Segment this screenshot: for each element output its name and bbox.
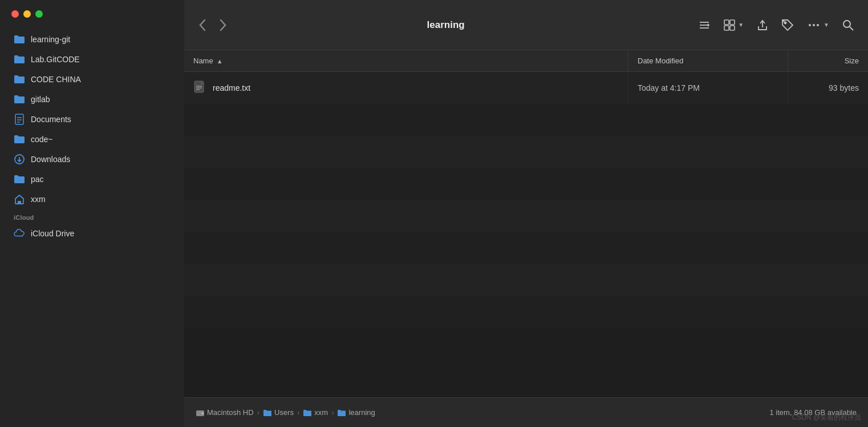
sidebar-item-xxm[interactable]: xxm xyxy=(5,190,180,209)
sidebar-item-label: xxm xyxy=(31,195,46,204)
download-icon xyxy=(14,154,25,165)
hd-icon xyxy=(196,408,205,417)
folder-icon xyxy=(14,134,25,145)
svg-rect-12 xyxy=(724,26,729,30)
breadcrumb: Macintosh HD › Users › xxm › xyxy=(196,408,375,417)
breadcrumb-item-learning[interactable]: learning xyxy=(337,408,375,417)
sidebar-item-label: learning-git xyxy=(31,35,70,44)
grid-view-button[interactable]: ▼ xyxy=(721,17,746,34)
breadcrumb-users-label: Users xyxy=(274,408,294,417)
empty-row xyxy=(184,200,868,232)
column-size-label: Size xyxy=(845,57,859,65)
cloud-icon xyxy=(14,228,25,239)
grid-view-dropdown-arrow: ▼ xyxy=(738,22,744,28)
file-date-cell: Today at 4:17 PM xyxy=(628,72,788,104)
svg-rect-10 xyxy=(724,20,729,25)
sidebar-item-label: Downloads xyxy=(31,155,70,164)
sidebar-item-label: iCloud Drive xyxy=(31,229,74,238)
minimize-button[interactable] xyxy=(23,10,31,18)
sidebar-item-code-tilde[interactable]: code~ xyxy=(5,130,180,149)
folder-icon xyxy=(14,34,25,45)
svg-rect-21 xyxy=(194,81,204,92)
breadcrumb-xxm-label: xxm xyxy=(314,408,328,417)
breadcrumb-item-hd[interactable]: Macintosh HD xyxy=(196,408,254,417)
watermark: CSDN @笑着的程序员 xyxy=(792,413,861,422)
sidebar-item-label: CODE CHINA xyxy=(31,75,81,84)
search-button[interactable] xyxy=(839,17,857,34)
toolbar: learning ▼ ▼ xyxy=(184,0,868,50)
svg-point-16 xyxy=(809,24,811,26)
sidebar-items: learning-git Lab.GitCODE CODE CHINA gitl… xyxy=(0,27,184,427)
txt-file-icon xyxy=(193,80,207,96)
svg-point-26 xyxy=(202,412,204,414)
tag-button[interactable] xyxy=(779,17,796,34)
empty-row xyxy=(184,104,868,136)
breadcrumb-sep: › xyxy=(331,408,334,417)
svg-point-18 xyxy=(817,24,819,26)
empty-row xyxy=(184,136,868,168)
folder-icon xyxy=(263,408,272,417)
empty-row xyxy=(184,264,868,296)
breadcrumb-sep: › xyxy=(297,408,299,417)
sidebar-item-downloads[interactable]: Downloads xyxy=(5,150,180,169)
empty-row xyxy=(184,232,868,264)
file-name: readme.txt xyxy=(213,83,250,92)
file-name-cell: readme.txt xyxy=(184,72,628,104)
file-list: readme.txt Today at 4:17 PM 93 bytes xyxy=(184,72,868,397)
sort-icon: ▲ xyxy=(217,58,223,65)
folder-icon xyxy=(337,408,346,417)
empty-row xyxy=(184,296,868,328)
table-row[interactable]: readme.txt Today at 4:17 PM 93 bytes xyxy=(184,72,868,104)
column-size-header[interactable]: Size xyxy=(788,50,868,71)
toolbar-actions: ▼ ▼ xyxy=(696,16,857,34)
folder-icon xyxy=(14,54,25,65)
sidebar-item-icloud-drive[interactable]: iCloud Drive xyxy=(5,224,180,243)
home-icon xyxy=(14,194,25,205)
breadcrumb-item-users[interactable]: Users xyxy=(263,408,294,417)
more-dropdown-arrow: ▼ xyxy=(824,22,829,28)
traffic-lights xyxy=(0,0,184,27)
file-size: 93 bytes xyxy=(829,83,859,92)
sidebar-item-gitlab[interactable]: gitlab xyxy=(5,90,180,109)
icloud-section-label: iCloud xyxy=(0,210,184,223)
svg-rect-6 xyxy=(18,201,21,204)
breadcrumb-hd-label: Macintosh HD xyxy=(207,408,254,417)
more-button[interactable]: ▼ xyxy=(804,17,832,34)
list-view-button[interactable] xyxy=(696,17,713,34)
svg-point-15 xyxy=(785,22,786,23)
sidebar-item-lab-gitcode[interactable]: Lab.GitCODE xyxy=(5,50,180,69)
folder-icon xyxy=(14,94,25,105)
folder-icon xyxy=(14,74,25,85)
column-name-label: Name xyxy=(193,57,213,65)
column-name-header[interactable]: Name ▲ xyxy=(184,50,628,71)
sidebar-item-code-china[interactable]: CODE CHINA xyxy=(5,70,180,89)
sidebar-item-pac[interactable]: pac xyxy=(5,170,180,189)
sidebar-item-label: gitlab xyxy=(31,95,50,104)
status-bar: Macintosh HD › Users › xxm › xyxy=(184,397,868,427)
sidebar-item-documents[interactable]: Documents xyxy=(5,110,180,129)
sidebar-item-label: Lab.GitCODE xyxy=(31,55,80,64)
svg-rect-13 xyxy=(730,26,735,30)
sidebar-item-label: pac xyxy=(31,175,44,184)
file-date: Today at 4:17 PM xyxy=(638,83,700,92)
folder-icon xyxy=(14,174,25,185)
fullscreen-button[interactable] xyxy=(35,10,43,18)
share-button[interactable] xyxy=(754,16,771,34)
column-headers: Name ▲ Date Modified Size xyxy=(184,50,868,72)
breadcrumb-item-xxm[interactable]: xxm xyxy=(303,408,328,417)
svg-rect-11 xyxy=(730,20,735,25)
svg-point-17 xyxy=(813,24,815,26)
column-date-header[interactable]: Date Modified xyxy=(628,50,788,71)
sidebar-item-learning-git[interactable]: learning-git xyxy=(5,30,180,49)
empty-row xyxy=(184,168,868,200)
column-date-label: Date Modified xyxy=(638,57,683,65)
sidebar: learning-git Lab.GitCODE CODE CHINA gitl… xyxy=(0,0,184,427)
close-button[interactable] xyxy=(11,10,19,18)
doc-icon xyxy=(14,114,25,125)
breadcrumb-sep: › xyxy=(257,408,259,417)
svg-rect-0 xyxy=(15,114,23,124)
window-title: learning xyxy=(205,19,687,31)
main-content: learning ▼ ▼ xyxy=(184,0,868,427)
sidebar-item-label: Documents xyxy=(31,115,71,124)
file-size-cell: 93 bytes xyxy=(788,72,868,104)
